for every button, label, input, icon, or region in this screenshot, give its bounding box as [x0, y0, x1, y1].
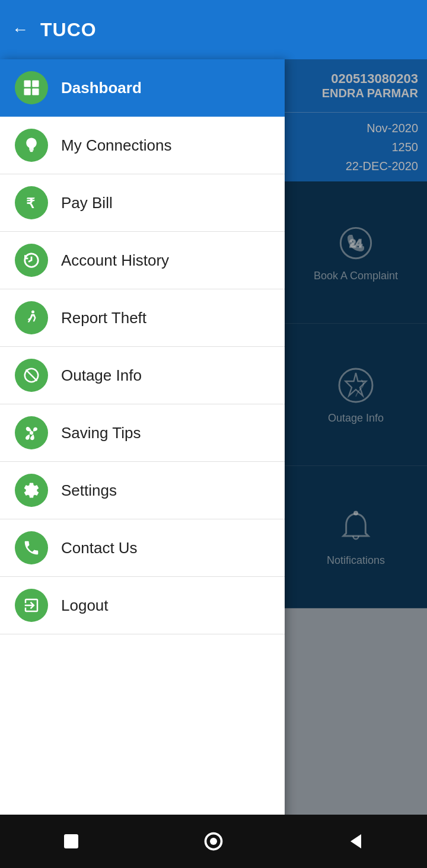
pay-bill-label: Pay Bill — [61, 194, 113, 212]
nav-home-button[interactable] — [196, 824, 231, 859]
saving-tips-label: Saving Tips — [61, 424, 141, 442]
svg-marker-19 — [350, 834, 361, 848]
fan-icon — [23, 424, 40, 442]
contact-us-label: Contact Us — [61, 539, 138, 557]
drawer: Dashboard My Connections ₹ Pay Bill — [0, 59, 285, 868]
phone-icon — [23, 539, 40, 557]
account-history-label: Account History — [61, 251, 169, 270]
sidebar-item-report-theft[interactable]: Report Theft — [0, 289, 285, 347]
bulb-icon — [23, 136, 40, 154]
settings-label: Settings — [61, 481, 117, 500]
svg-rect-9 — [30, 151, 33, 152]
sidebar-item-dashboard[interactable]: Dashboard — [0, 59, 285, 117]
svg-point-15 — [30, 431, 33, 435]
dashboard-icon-circle — [15, 71, 48, 104]
svg-point-18 — [210, 838, 217, 845]
overlay-dim — [285, 59, 427, 868]
svg-rect-6 — [24, 88, 31, 95]
pay-bill-icon-circle: ₹ — [15, 186, 48, 219]
logout-icon — [23, 596, 40, 614]
contact-us-icon-circle — [15, 531, 48, 564]
svg-rect-5 — [32, 81, 39, 87]
sidebar-item-account-history[interactable]: Account History — [0, 232, 285, 289]
sidebar-item-outage-info[interactable]: Outage Info — [0, 347, 285, 404]
history-icon — [23, 251, 40, 269]
header: ← TUCO — [0, 0, 427, 59]
outage-icon — [23, 366, 40, 384]
triangle-back-icon — [345, 831, 367, 852]
nav-back-button[interactable] — [338, 824, 374, 859]
gear-icon — [23, 481, 40, 499]
svg-rect-4 — [24, 81, 31, 87]
svg-rect-16 — [64, 834, 78, 848]
square-icon — [60, 831, 82, 852]
report-theft-label: Report Theft — [61, 309, 146, 327]
dashboard-label: Dashboard — [61, 79, 142, 97]
outage-info-label: Outage Info — [61, 366, 142, 385]
report-theft-icon-circle — [15, 301, 48, 334]
circle-icon — [203, 831, 224, 852]
settings-icon-circle — [15, 474, 48, 507]
sidebar-item-logout[interactable]: Logout — [0, 577, 285, 634]
nav-square-button[interactable] — [53, 824, 89, 859]
logout-label: Logout — [61, 596, 109, 615]
outage-info-icon-circle — [15, 359, 48, 392]
grid-icon — [23, 79, 40, 97]
my-connections-icon-circle — [15, 129, 48, 162]
bottom-nav — [0, 815, 427, 868]
sidebar-item-pay-bill[interactable]: ₹ Pay Bill — [0, 174, 285, 232]
my-connections-label: My Connections — [61, 136, 171, 155]
svg-rect-7 — [32, 88, 39, 95]
svg-text:₹: ₹ — [26, 196, 35, 211]
app-title: TUCO — [40, 19, 97, 41]
back-button[interactable]: ← — [12, 20, 28, 39]
account-history-icon-circle — [15, 244, 48, 277]
svg-rect-8 — [29, 149, 34, 151]
sidebar-item-saving-tips[interactable]: Saving Tips — [0, 404, 285, 462]
theft-icon — [23, 309, 40, 327]
logout-icon-circle — [15, 589, 48, 622]
rupee-icon: ₹ — [23, 194, 40, 212]
sidebar-item-my-connections[interactable]: My Connections — [0, 117, 285, 174]
sidebar-item-settings[interactable]: Settings — [0, 462, 285, 519]
svg-point-12 — [31, 311, 34, 314]
sidebar-item-contact-us[interactable]: Contact Us — [0, 519, 285, 577]
saving-tips-icon-circle — [15, 416, 48, 449]
